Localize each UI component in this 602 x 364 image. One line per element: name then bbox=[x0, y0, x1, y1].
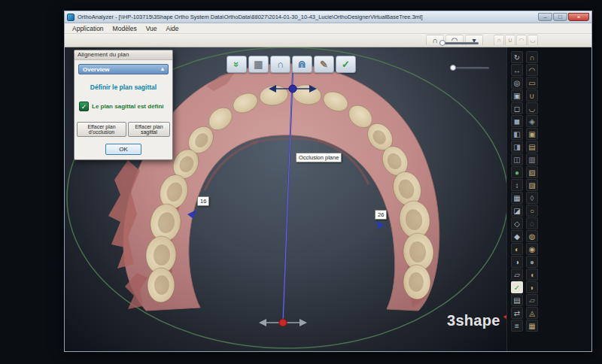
snapshot-icon[interactable]: ▤ bbox=[511, 294, 523, 306]
model-tool-icon-9[interactable]: ▥ bbox=[526, 153, 538, 165]
model-tool-icon-6[interactable]: ◈ bbox=[526, 115, 538, 127]
window-controls: – □ × bbox=[538, 13, 589, 21]
expand-steps-icon[interactable]: » bbox=[227, 56, 247, 73]
show-upper-jaw-icon[interactable]: ∩ bbox=[494, 35, 504, 46]
slider-knob[interactable] bbox=[450, 65, 456, 71]
right-view-icon[interactable]: ◨ bbox=[511, 141, 523, 153]
tooth-26-marker[interactable] bbox=[376, 221, 385, 229]
sculpt-tool-icon[interactable]: ✎ bbox=[314, 56, 334, 73]
model-tool-icon-12[interactable]: ◊ bbox=[526, 192, 538, 204]
model-tool-icon-7[interactable]: ▣ bbox=[526, 128, 538, 140]
pan-tool-icon[interactable]: ↔ bbox=[511, 64, 523, 76]
show-lower-jaw-icon[interactable]: ∪ bbox=[505, 35, 515, 46]
status-text: Le plan sagittal est défini bbox=[92, 103, 164, 110]
app-icon bbox=[67, 14, 74, 21]
window-titlebar[interactable]: OrthoAnalyzer - [\\HP-103715\3Shape Orth… bbox=[65, 11, 591, 23]
clear-sagittal-plane-button[interactable]: Effacer plan sagittal bbox=[128, 122, 170, 137]
view-tools-column: ↻↔◎▣◻◼◧◨◫●↕▦◪◇◆◐◑▱✓▤⇄≡ bbox=[511, 51, 523, 332]
occlusal-bottom-handle[interactable] bbox=[259, 319, 307, 326]
model-tool-icon-4[interactable]: ∪ bbox=[526, 89, 538, 102]
overview-label: Overview bbox=[83, 66, 110, 73]
sagittal-plane-step-icon[interactable]: ⋒ bbox=[292, 56, 312, 73]
model-tool-icon-18[interactable]: ◖ bbox=[526, 268, 538, 281]
model-tool-icon-10[interactable]: ▧ bbox=[526, 166, 538, 178]
close-button[interactable]: × bbox=[568, 13, 589, 21]
lower-model-opacity-slider[interactable] bbox=[450, 67, 489, 69]
model-tool-icon-20[interactable]: ▱ bbox=[526, 294, 538, 306]
rotate-tool-icon[interactable]: ↻ bbox=[511, 51, 523, 63]
grid-toggle-icon[interactable]: ▦ bbox=[511, 192, 523, 204]
dialog-titlebar[interactable]: Alignement du plan bbox=[74, 50, 172, 60]
menubar: ApplicationModèlesVueAide bbox=[65, 23, 591, 34]
clear-occlusion-plane-button[interactable]: Effacer plan d'occlusion bbox=[77, 122, 126, 137]
measure-tool-icon[interactable]: ↕ bbox=[511, 179, 523, 191]
texture-toggle-icon[interactable]: ◐ bbox=[511, 243, 523, 255]
wireframe-icon[interactable]: ◇ bbox=[511, 217, 523, 229]
globe-view-icon[interactable]: ● bbox=[511, 166, 523, 178]
ok-button[interactable]: OK bbox=[105, 144, 141, 155]
plan-alignment-dialog: Alignement du plan Overview ▴ Définir le… bbox=[74, 50, 173, 160]
model-tool-icon-8[interactable]: ▤ bbox=[526, 141, 538, 153]
workflow-steps-toolbar: » ▦ ∩ ⋒ ✎ ✓ bbox=[227, 56, 356, 73]
model-tool-icon-19[interactable]: ◗ bbox=[526, 281, 538, 293]
slider-knob[interactable] bbox=[439, 40, 445, 46]
right-tool-panel: ↻↔◎▣◻◼◧◨◫●↕▦◪◇◆◐◑▱✓▤⇄≡ ∩◠▭∪◡◈▣▤▥▧▨◊○◌◍◉●… bbox=[506, 47, 591, 351]
model-tool-icon-15[interactable]: ◍ bbox=[526, 230, 538, 242]
model-tool-icon-14[interactable]: ◌ bbox=[526, 217, 538, 229]
main-toolbar: ∩◠▾ ∩∪◠◡ bbox=[65, 34, 591, 47]
occlusion-plane-label: Occlusion plane bbox=[296, 153, 342, 162]
model-tool-icon-2[interactable]: ◠ bbox=[526, 64, 538, 76]
menu-modeles[interactable]: Modèles bbox=[108, 24, 141, 33]
model-tool-icon-1[interactable]: ∩ bbox=[526, 51, 538, 63]
instruction-text: Définir le plan sagittal bbox=[74, 83, 172, 91]
desktop-background: OrthoAnalyzer - [\\HP-103715\3Shape Orth… bbox=[0, 0, 602, 364]
model-tools-column: ∩◠▭∪◡◈▣▤▥▧▨◊○◌◍◉●◖◗▱◬▦ bbox=[526, 51, 538, 332]
options-icon[interactable]: ≡ bbox=[511, 320, 523, 332]
apply-check-icon[interactable]: ✓ bbox=[336, 56, 356, 73]
model-tool-icon-5[interactable]: ◡ bbox=[526, 102, 538, 114]
shaded-view-icon[interactable]: ◆ bbox=[511, 230, 523, 242]
clip-plane-icon[interactable]: ◪ bbox=[511, 205, 523, 217]
visibility-checkbox-icon[interactable]: ✓ bbox=[511, 281, 523, 293]
orthoanalyzer-window: OrthoAnalyzer - [\\HP-103715\3Shape Orth… bbox=[64, 11, 592, 352]
model-tool-icon-17[interactable]: ● bbox=[526, 256, 538, 268]
occlusion-contacts-icon[interactable]: ◡ bbox=[528, 35, 538, 46]
model-tool-icon-13[interactable]: ○ bbox=[526, 205, 538, 217]
brand-logo: 3shape ▲ bbox=[447, 312, 506, 329]
left-view-icon[interactable]: ◧ bbox=[511, 128, 523, 140]
show-both-jaws-icon[interactable]: ◠ bbox=[516, 35, 527, 46]
menu-vue[interactable]: Vue bbox=[141, 24, 162, 33]
model-tool-icon-21[interactable]: ◬ bbox=[526, 307, 538, 319]
tooth-16-label: 16 bbox=[197, 196, 209, 206]
split-view-icon[interactable]: ◫ bbox=[511, 153, 523, 165]
window-title: OrthoAnalyzer - [\\HP-103715\3Shape Orth… bbox=[78, 14, 535, 20]
zoom-tool-icon[interactable]: ◎ bbox=[511, 77, 523, 89]
transparency-icon[interactable]: ◑ bbox=[511, 256, 523, 268]
model-tool-icon-22[interactable]: ▦ bbox=[526, 320, 538, 332]
compare-icon[interactable]: ⇄ bbox=[511, 307, 523, 319]
upper-model-opacity-slider[interactable] bbox=[439, 42, 479, 44]
overview-header[interactable]: Overview ▴ bbox=[78, 64, 169, 74]
model-tool-icon-11[interactable]: ▨ bbox=[526, 179, 538, 191]
model-tool-icon-3[interactable]: ▭ bbox=[526, 77, 538, 89]
menu-aide[interactable]: Aide bbox=[162, 24, 184, 33]
annotation-icon[interactable]: ▱ bbox=[511, 268, 523, 281]
clear-buttons-row: Effacer plan d'occlusion Effacer plan sa… bbox=[77, 122, 170, 137]
pin-icon[interactable]: ▴ bbox=[161, 66, 164, 72]
back-view-icon[interactable]: ◼ bbox=[511, 115, 523, 127]
status-row: ✓ Le plan sagittal est défini bbox=[79, 102, 168, 111]
fit-view-icon[interactable]: ▣ bbox=[511, 89, 523, 102]
menu-application[interactable]: Application bbox=[68, 24, 108, 33]
model-tool-icon-16[interactable]: ◉ bbox=[526, 243, 538, 255]
ok-row: OK bbox=[74, 141, 172, 155]
upper-arch-step-icon[interactable]: ∩ bbox=[270, 56, 290, 73]
front-view-icon[interactable]: ◻ bbox=[511, 102, 523, 114]
brand-text: 3shape bbox=[447, 312, 500, 329]
tooth-26-label: 26 bbox=[375, 210, 387, 220]
plaster-model-icon[interactable]: ▦ bbox=[248, 56, 269, 73]
status-check-icon: ✓ bbox=[79, 102, 89, 111]
jaw-icons-group: ∩∪◠◡ bbox=[494, 35, 538, 46]
sagittal-top-handle[interactable] bbox=[269, 85, 317, 93]
maximize-button[interactable]: □ bbox=[553, 13, 567, 21]
minimize-button[interactable]: – bbox=[538, 13, 552, 21]
